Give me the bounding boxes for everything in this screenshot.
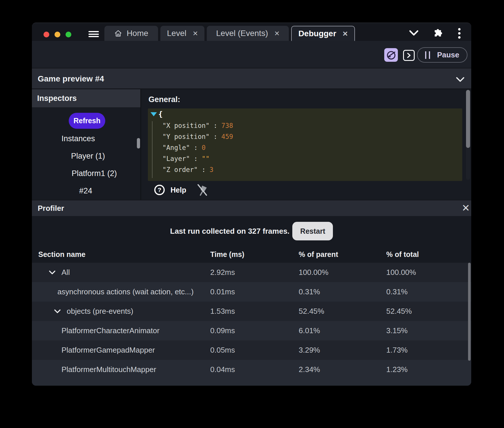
collapse-triangle-icon[interactable] [150,112,157,117]
app-window: Home Level × Level (Events) × Debugger × [32,23,471,386]
json-property-line: "Y position" : 459 [162,131,233,142]
chevron-down-icon[interactable] [49,270,56,275]
inspector-json-view: { "X position" : 738 "Y position" : 459 … [148,108,462,181]
table-scrollbar-thumb[interactable] [468,263,471,361]
tab-home[interactable]: Home [104,26,158,41]
hamburger-menu-icon[interactable] [88,31,99,37]
extensions-puzzle-icon[interactable] [432,27,443,39]
percent-of-parent-value: 3.29% [299,340,386,360]
kebab-menu-icon[interactable] [458,27,461,39]
profiler-row[interactable]: PlatformerGamepadMapper 0.05ms 3.29% 1.7… [32,340,471,360]
close-tab-icon[interactable]: × [193,29,198,38]
percent-of-parent-value: 2.34% [299,360,386,379]
profiler-title: Profiler [38,200,64,216]
profiler-row[interactable]: PlatformerMultitouchMapper 0.04ms 2.34% … [32,360,471,379]
section-name: PlatformerGamepadMapper [61,340,155,360]
chevron-right-icon [407,52,411,58]
tab-label: Level (Events) [216,29,268,38]
percent-of-parent-value: 100.00% [299,263,386,282]
chevron-down-icon[interactable] [408,29,419,37]
close-tab-icon[interactable]: × [343,29,348,38]
game-preview-title: Game preview #4 [38,68,104,89]
time-value: 0.09ms [210,321,299,340]
debugger-toolbar: Pause [32,41,471,68]
inspectors-scrollbar-thumb[interactable] [137,138,140,148]
json-property-line: "X position" : 738 [162,120,233,131]
pause-label: Pause [437,50,459,59]
help-row: ? Help [154,184,208,196]
instance-tree-item[interactable]: Instances [32,130,140,147]
time-value: 0.05ms [210,340,299,360]
traffic-light-close[interactable] [43,32,49,37]
instance-tree-item[interactable]: Player (1) [32,147,140,165]
json-key: "Y position" [162,133,210,140]
console-button[interactable] [403,50,415,61]
time-value: 0.01ms [210,282,299,302]
json-value: 3 [210,166,214,173]
profiler-gauge-button[interactable] [384,48,398,62]
instance-tree-item[interactable]: Platform1 (2) [32,165,140,182]
debugger-content: Inspectors Refresh Instances Player (1) … [32,89,471,200]
time-value: 1.53ms [210,302,299,321]
svg-text:?: ? [158,186,162,193]
section-name: objects (pre-events) [67,302,133,321]
json-property-line: "Z order" : 3 [162,164,233,175]
inspectors-panel: Inspectors Refresh Instances Player (1) … [32,89,141,200]
tab-bar: Home Level × Level (Events) × Debugger × [32,23,471,41]
instance-tree-item[interactable]: #24 [32,182,140,200]
json-property-line: "Layer" : "" [162,153,233,164]
chevron-down-icon[interactable] [455,77,465,82]
column-header-percent-parent: % of parent [299,246,386,263]
percent-of-total-value: 0.31% [386,282,471,302]
profiler-row[interactable]: objects (pre-events) 1.53ms 52.45% 52.45… [32,302,471,321]
restart-button[interactable]: Restart [292,222,333,240]
profiler-status-row: Last run collected on 327 frames. Restar… [32,222,471,240]
json-value: 459 [221,133,233,140]
percent-of-total-value: 1.23% [386,360,471,379]
percent-of-parent-value: 52.45% [299,302,386,321]
percent-of-total-value: 52.45% [386,302,471,321]
chevron-down-icon[interactable] [54,309,61,313]
tab-level-events[interactable]: Level (Events) × [207,26,289,41]
close-profiler-icon[interactable]: ✕ [462,200,470,215]
refresh-button[interactable]: Refresh [69,113,105,129]
profiler-table-header: Section name Time (ms) % of parent % of … [32,246,471,263]
percent-of-total-value: 1.73% [386,340,471,360]
profiler-row[interactable]: PlatformerCharacterAnimator 0.09ms 6.01%… [32,321,471,340]
panel-scrollbar-thumb[interactable] [466,90,470,148]
section-name: All [61,263,70,282]
traffic-light-minimize[interactable] [55,32,60,37]
time-value: 0.04ms [210,360,299,379]
pause-button[interactable]: Pause [417,47,467,63]
percent-of-total-value: 100.00% [386,263,471,282]
json-key: "Z order" [162,166,198,173]
section-name: PlatformerMultitouchMapper [61,360,156,379]
json-key: "Angle" [162,144,190,151]
tab-label: Home [127,29,148,38]
indent-guide-line [152,121,153,178]
column-header-time: Time (ms) [210,246,299,263]
pin-off-icon[interactable] [197,184,208,196]
column-header-section-name: Section name [32,246,210,263]
instances-tree: Instances Player (1) Platform1 (2) #24 [32,130,140,200]
percent-of-parent-value: 6.01% [299,321,386,340]
profiler-header: Profiler ✕ [32,200,471,216]
profiler-row[interactable]: asynchronous actions (wait action, etc..… [32,282,471,302]
json-open-brace: { [158,108,163,120]
panel-scrollbar-track[interactable] [466,90,470,180]
help-label[interactable]: Help [171,186,186,194]
help-icon[interactable]: ? [154,184,165,196]
pause-icon [425,51,430,59]
game-preview-header[interactable]: Game preview #4 [32,68,471,89]
tab-debugger[interactable]: Debugger × [291,26,355,41]
percent-of-total-value: 3.15% [386,321,471,340]
tab-level[interactable]: Level × [160,26,204,41]
traffic-light-zoom[interactable] [66,32,71,37]
home-icon [114,30,122,37]
json-lines: "X position" : 738 "Y position" : 459 "A… [162,120,233,175]
tab-strip: Home Level × Level (Events) × Debugger × [104,26,355,41]
close-tab-icon[interactable]: × [274,29,280,38]
column-header-percent-total: % of total [386,246,471,263]
profiler-row[interactable]: All 2.92ms 100.00% 100.00% [32,263,471,282]
inspectors-panel-title: Inspectors [32,89,140,107]
